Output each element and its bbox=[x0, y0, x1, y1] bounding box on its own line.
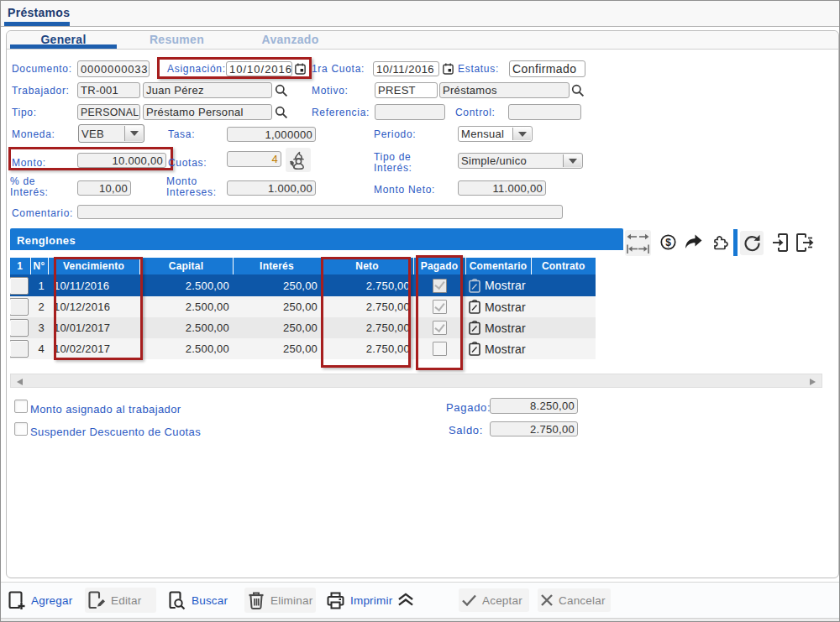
svg-text:$: $ bbox=[665, 237, 671, 248]
